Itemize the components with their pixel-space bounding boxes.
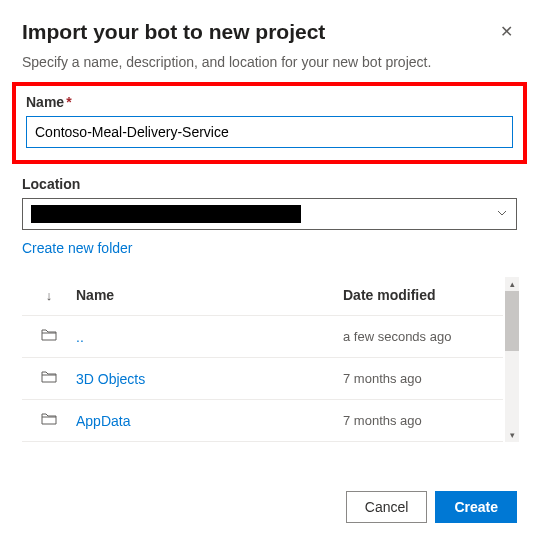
folder-icon [41,412,57,429]
row-date: 7 months ago [343,371,503,386]
name-input[interactable] [26,116,513,148]
table-row[interactable]: AppData 7 months ago [22,400,503,442]
chevron-down-icon [496,207,508,222]
name-field-highlight: Name* [12,82,527,164]
name-label-text: Name [26,94,64,110]
close-button[interactable]: ✕ [496,20,517,44]
create-button[interactable]: Create [435,491,517,523]
sort-column[interactable]: ↓ [22,288,76,303]
location-dropdown[interactable] [22,198,517,230]
location-label: Location [22,176,517,192]
table-row[interactable]: .. a few seconds ago [22,316,503,358]
table-header: ↓ Name Date modified [22,277,503,316]
header-modified[interactable]: Date modified [343,287,503,303]
sort-arrow-icon: ↓ [46,288,53,303]
dialog-subtitle: Specify a name, description, and locatio… [22,54,517,70]
folder-icon [41,328,57,345]
scroll-up-icon[interactable]: ▴ [505,277,519,291]
name-label: Name* [26,94,513,110]
required-indicator: * [66,94,71,110]
scroll-down-icon[interactable]: ▾ [505,428,519,442]
dialog-footer: Cancel Create [346,491,517,523]
scroll-thumb[interactable] [505,291,519,351]
row-date: 7 months ago [343,413,503,428]
cancel-button[interactable]: Cancel [346,491,428,523]
close-icon: ✕ [500,23,513,40]
row-name[interactable]: .. [76,329,343,345]
dialog-title: Import your bot to new project [22,20,325,44]
header-name[interactable]: Name [76,287,343,303]
row-date: a few seconds ago [343,329,503,344]
location-value-redacted [31,205,301,223]
folder-icon [41,370,57,387]
row-name[interactable]: 3D Objects [76,371,343,387]
scrollbar[interactable]: ▴ ▾ [505,277,519,442]
table-row[interactable]: 3D Objects 7 months ago [22,358,503,400]
row-name[interactable]: AppData [76,413,343,429]
file-browser: ▴ ▾ ↓ Name Date modified .. a few second… [22,277,517,442]
create-new-folder-link[interactable]: Create new folder [22,240,133,256]
